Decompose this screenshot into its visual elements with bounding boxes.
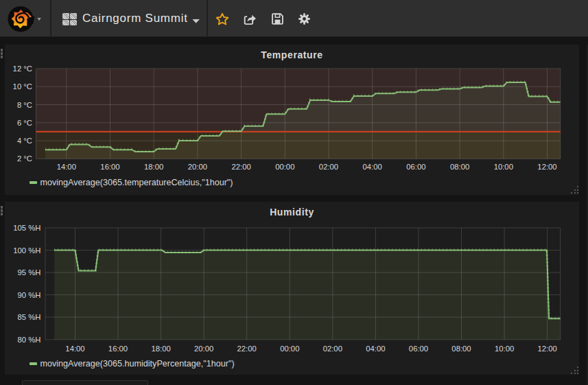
svg-text:10:00: 10:00 — [495, 345, 514, 353]
svg-text:12:00: 12:00 — [537, 163, 556, 171]
svg-text:16:00: 16:00 — [100, 163, 119, 171]
svg-text:22:00: 22:00 — [231, 163, 250, 171]
svg-text:105 %H: 105 %H — [13, 224, 40, 232]
svg-text:14:00: 14:00 — [57, 163, 76, 171]
svg-text:90 %H: 90 %H — [18, 291, 41, 299]
svg-text:20:00: 20:00 — [194, 345, 213, 353]
svg-text:10:00: 10:00 — [494, 163, 513, 171]
svg-text:20:00: 20:00 — [188, 163, 207, 171]
svg-text:08:00: 08:00 — [451, 345, 471, 353]
svg-text:02:00: 02:00 — [319, 163, 338, 171]
svg-text:100 %H: 100 %H — [13, 246, 40, 255]
svg-text:8 °C: 8 °C — [17, 101, 32, 109]
svg-text:14:00: 14:00 — [65, 345, 84, 353]
svg-text:2 °C: 2 °C — [17, 154, 32, 163]
svg-text:10 °C: 10 °C — [13, 82, 32, 91]
svg-text:04:00: 04:00 — [366, 345, 385, 353]
svg-text:08:00: 08:00 — [450, 163, 469, 171]
svg-text:80 %H: 80 %H — [18, 336, 41, 344]
svg-text:06:00: 06:00 — [409, 345, 428, 353]
svg-text:12 °C: 12 °C — [13, 65, 32, 73]
svg-text:06:00: 06:00 — [406, 163, 425, 171]
svg-text:16:00: 16:00 — [108, 345, 128, 353]
svg-text:85 %H: 85 %H — [18, 313, 41, 321]
svg-text:00:00: 00:00 — [280, 345, 299, 353]
svg-text:22:00: 22:00 — [237, 345, 257, 353]
svg-text:95 %H: 95 %H — [18, 268, 41, 277]
svg-text:02:00: 02:00 — [323, 345, 342, 353]
svg-text:12:00: 12:00 — [537, 345, 556, 353]
svg-text:00:00: 00:00 — [275, 163, 294, 171]
svg-text:6 °C: 6 °C — [17, 119, 32, 127]
svg-text:18:00: 18:00 — [151, 345, 170, 353]
svg-text:18:00: 18:00 — [144, 163, 163, 171]
svg-text:04:00: 04:00 — [363, 163, 382, 171]
svg-text:4 °C: 4 °C — [17, 137, 32, 145]
